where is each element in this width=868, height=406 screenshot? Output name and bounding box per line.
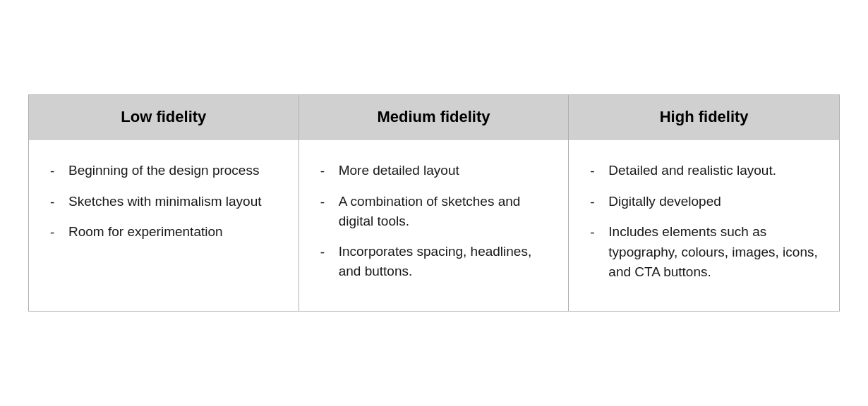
high-fidelity-list: - Detailed and realistic layout. - Digit… (590, 161, 818, 283)
dash-icon: - (590, 161, 600, 182)
dash-icon: - (50, 192, 60, 213)
dash-icon: - (320, 242, 330, 263)
item-text: Beginning of the design process (68, 161, 277, 181)
list-item: - Detailed and realistic layout. (590, 161, 818, 182)
list-item: - Incorporates spacing, headlines, and b… (320, 242, 548, 282)
low-fidelity-list: - Beginning of the design process - Sket… (50, 161, 277, 243)
list-item: - Includes elements such as typography, … (590, 222, 818, 283)
list-item: - More detailed layout (320, 161, 548, 182)
dash-icon: - (320, 192, 330, 213)
list-item: - Beginning of the design process (50, 161, 277, 182)
cell-low-fidelity: - Beginning of the design process - Sket… (29, 139, 299, 311)
list-item: - Room for experimentation (50, 222, 277, 243)
dash-icon: - (50, 161, 60, 182)
item-text: Sketches with minimalism layout (68, 192, 277, 212)
header-medium-fidelity: Medium fidelity (299, 95, 569, 139)
item-text: Incorporates spacing, headlines, and but… (339, 242, 548, 282)
dash-icon: - (320, 161, 330, 182)
list-item: - Digitally developed (590, 192, 818, 213)
list-item: - Sketches with minimalism layout (50, 192, 277, 213)
item-text: Includes elements such as typography, co… (608, 222, 818, 283)
dash-icon: - (50, 223, 60, 243)
item-text: More detailed layout (339, 161, 548, 181)
cell-high-fidelity: - Detailed and realistic layout. - Digit… (569, 139, 839, 311)
item-text: A combination of sketches and digital to… (339, 192, 548, 232)
table-body: - Beginning of the design process - Sket… (29, 139, 839, 311)
medium-fidelity-list: - More detailed layout - A combination o… (320, 161, 548, 282)
cell-medium-fidelity: - More detailed layout - A combination o… (299, 139, 569, 311)
item-text: Digitally developed (608, 192, 818, 212)
list-item: - A combination of sketches and digital … (320, 192, 548, 232)
header-high-fidelity: High fidelity (569, 95, 839, 139)
item-text: Room for experimentation (68, 222, 277, 242)
item-text: Detailed and realistic layout. (608, 161, 818, 181)
dash-icon: - (590, 223, 600, 243)
table-header-row: Low fidelity Medium fidelity High fideli… (29, 95, 839, 139)
header-low-fidelity: Low fidelity (29, 95, 299, 139)
dash-icon: - (590, 192, 600, 213)
fidelity-table: Low fidelity Medium fidelity High fideli… (28, 94, 840, 312)
